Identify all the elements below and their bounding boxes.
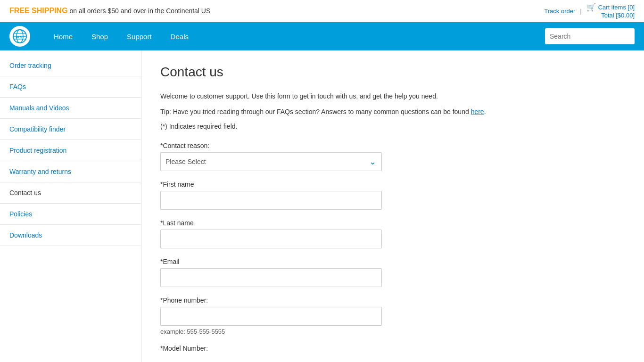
free-shipping-rest: on all orders $50 and over in the Contin… bbox=[69, 7, 210, 15]
tip-prefix: Tip: Have you tried reading through our … bbox=[160, 108, 471, 115]
sidebar-link-policies[interactable]: Policies bbox=[9, 210, 32, 218]
phone-hint: example: 555-555-5555 bbox=[160, 328, 625, 335]
first-name-group: *First name bbox=[160, 181, 625, 210]
contact-reason-group: *Contact reason: Please Select ⌄ bbox=[160, 142, 625, 171]
cart-line: 🛒 Cart items [0] bbox=[586, 3, 635, 12]
nav-shop[interactable]: Shop bbox=[82, 22, 117, 50]
sidebar-item-faqs[interactable]: FAQs bbox=[0, 76, 141, 98]
last-name-input[interactable] bbox=[160, 230, 382, 248]
svg-text:AT&T: AT&T bbox=[16, 35, 25, 39]
cart-total: Total [$0.00] bbox=[601, 12, 635, 19]
email-label: *Email bbox=[160, 258, 625, 265]
intro-text-1: Welcome to customer support. Use this fo… bbox=[160, 91, 625, 101]
main-layout: Order tracking FAQs Manuals and Videos C… bbox=[0, 50, 644, 362]
search-input[interactable] bbox=[545, 28, 635, 44]
logo-area[interactable]: AT&T bbox=[9, 26, 30, 47]
phone-label: *Phone number: bbox=[160, 296, 625, 304]
top-bar: FREE SHIPPING on all orders $50 and over… bbox=[0, 0, 644, 22]
navbar: AT&T Home Shop Support Deals 🔍 bbox=[0, 22, 644, 50]
first-name-label: *First name bbox=[160, 181, 625, 188]
sidebar-item-product-reg[interactable]: Product registration bbox=[0, 140, 141, 161]
last-name-group: *Last name bbox=[160, 219, 625, 248]
sidebar-item-order-tracking[interactable]: Order tracking bbox=[0, 55, 141, 76]
nav-links: Home Shop Support Deals bbox=[44, 22, 545, 50]
sidebar-item-compatibility[interactable]: Compatibility finder bbox=[0, 119, 141, 140]
sidebar-link-faqs[interactable]: FAQs bbox=[9, 83, 26, 90]
first-name-input[interactable] bbox=[160, 191, 382, 210]
main-content: Contact us Welcome to customer support. … bbox=[141, 50, 644, 362]
sidebar-label-contact: Contact us bbox=[9, 189, 41, 197]
contact-reason-wrapper: Please Select ⌄ bbox=[160, 152, 382, 171]
phone-input[interactable] bbox=[160, 307, 382, 326]
page-title: Contact us bbox=[160, 65, 625, 80]
contact-reason-label: *Contact reason: bbox=[160, 142, 625, 149]
sidebar-link-manuals[interactable]: Manuals and Videos bbox=[9, 104, 69, 112]
sidebar-item-downloads[interactable]: Downloads bbox=[0, 225, 141, 246]
sidebar-link-product-reg[interactable]: Product registration bbox=[9, 147, 66, 154]
sidebar-link-order-tracking[interactable]: Order tracking bbox=[9, 62, 51, 69]
contact-reason-select[interactable]: Please Select bbox=[160, 152, 382, 171]
att-logo: AT&T bbox=[9, 26, 30, 47]
sidebar-link-warranty[interactable]: Warranty and returns bbox=[9, 168, 71, 175]
nav-deals[interactable]: Deals bbox=[161, 22, 198, 50]
email-input[interactable] bbox=[160, 268, 382, 287]
tip-suffix: . bbox=[484, 108, 486, 115]
top-right-area: Track order | 🛒 Cart items [0] Total [$0… bbox=[544, 3, 635, 19]
tip-link[interactable]: here bbox=[471, 108, 484, 115]
model-group: *Model Number: bbox=[160, 345, 625, 352]
divider: | bbox=[580, 8, 581, 15]
free-shipping-bold: FREE SHIPPING bbox=[9, 7, 68, 15]
search-bar: 🔍 bbox=[545, 28, 635, 44]
cart-link[interactable]: Cart items [0] bbox=[598, 4, 635, 11]
sidebar: Order tracking FAQs Manuals and Videos C… bbox=[0, 50, 141, 362]
cart-icon: 🛒 bbox=[586, 3, 596, 12]
email-group: *Email bbox=[160, 258, 625, 287]
track-order-link[interactable]: Track order bbox=[544, 8, 575, 15]
free-shipping-text: FREE SHIPPING on all orders $50 and over… bbox=[9, 7, 210, 15]
nav-home[interactable]: Home bbox=[44, 22, 82, 50]
required-note: (*) Indicates required field. bbox=[160, 123, 625, 130]
sidebar-item-policies[interactable]: Policies bbox=[0, 204, 141, 225]
sidebar-item-warranty[interactable]: Warranty and returns bbox=[0, 161, 141, 182]
cart-info: 🛒 Cart items [0] Total [$0.00] bbox=[586, 3, 635, 19]
nav-support[interactable]: Support bbox=[117, 22, 161, 50]
model-label: *Model Number: bbox=[160, 345, 625, 352]
sidebar-item-manuals[interactable]: Manuals and Videos bbox=[0, 98, 141, 119]
sidebar-item-contact: Contact us bbox=[0, 182, 141, 204]
sidebar-link-downloads[interactable]: Downloads bbox=[9, 231, 42, 239]
phone-group: *Phone number: example: 555-555-5555 bbox=[160, 296, 625, 335]
sidebar-link-compatibility[interactable]: Compatibility finder bbox=[9, 125, 66, 133]
tip-text: Tip: Have you tried reading through our … bbox=[160, 107, 625, 117]
last-name-label: *Last name bbox=[160, 219, 625, 227]
